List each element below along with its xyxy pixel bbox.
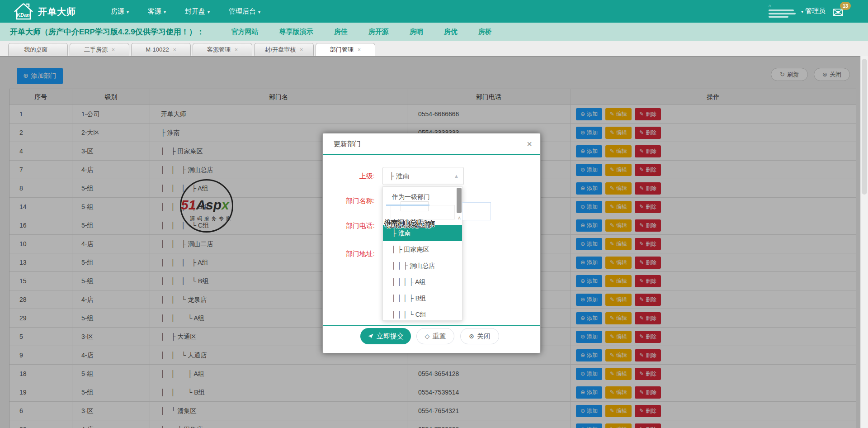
nav-menu-item[interactable]: 客源▾	[148, 7, 166, 16]
page-scrollbar[interactable]	[860, 56, 868, 428]
garbled-text-artifact: 作为一级部门淮南 淮南田家庵区部 淮南洞山总店	[384, 219, 464, 229]
user-menu[interactable]: ▾管理员	[801, 7, 826, 15]
notice-link[interactable]: 房桥	[478, 28, 492, 36]
tab-item[interactable]: 部门管理×	[316, 43, 375, 56]
update-department-dialog: 更新部门 × 上级: 部门名称: 部门电话: 部门地址: ├ 淮南 ▲ 作为一级…	[322, 133, 541, 353]
scrollbar-thumb[interactable]	[862, 59, 867, 195]
tab-item[interactable]: 我的桌面	[8, 43, 68, 56]
dropdown-option[interactable]: │ │ ├ 洞山总店	[383, 257, 462, 274]
notice-link[interactable]: 官方网站	[231, 28, 259, 36]
notice-links: 官方网站尊享版演示房佳房开源房哨房优房桥	[231, 28, 492, 36]
dialog-close-icon[interactable]: ×	[527, 138, 532, 149]
footer-divider	[323, 325, 540, 326]
tab-close-icon[interactable]: ×	[173, 47, 176, 53]
notice-link[interactable]: 房优	[444, 28, 458, 36]
tab-bar: 我的桌面二手房源×M-10022×客源管理×封/开盘审核×部门管理×	[0, 41, 868, 57]
field-label-parent: 上级:	[326, 171, 375, 181]
dialog-title: 更新部门	[334, 133, 361, 154]
tab-close-icon[interactable]: ×	[235, 47, 238, 53]
dropdown-option[interactable]: │ ├ 田家庵区	[383, 241, 462, 257]
notice-link[interactable]: 尊享版演示	[279, 28, 313, 36]
dropdown-option[interactable]: │ │ │ ├ A组	[383, 274, 462, 290]
svg-text:KDan: KDan	[17, 12, 30, 18]
render-artifact-box	[401, 201, 429, 211]
field-label-address: 部门地址:	[326, 249, 375, 258]
caret-down-icon: ▾	[801, 9, 803, 14]
render-artifact-box	[462, 202, 491, 220]
brand-title: 开单大师	[38, 6, 76, 18]
chevron-down-icon: ▾	[208, 10, 210, 14]
tab-item[interactable]: 二手房源×	[70, 43, 129, 56]
dialog-header: 更新部门 ×	[323, 133, 540, 155]
tab-close-icon[interactable]: ×	[358, 47, 361, 53]
tab-item[interactable]: 客源管理×	[193, 43, 252, 56]
user-label: 管理员	[805, 7, 826, 14]
notice-link[interactable]: 房开源	[368, 28, 389, 36]
submit-button[interactable]: 立即提交	[360, 328, 411, 344]
notice-link[interactable]: 房佳	[334, 28, 348, 36]
dialog-close-button[interactable]: ⊗关闭	[460, 328, 499, 344]
tab-item[interactable]: 封/开盘审核×	[254, 43, 314, 56]
notice-bar: 开单大师（房产中介ERP学习版4.2.9仅供学习使用！）： 官方网站尊享版演示房…	[0, 23, 868, 41]
app-root: KDan 开单大师 房源▾客源▾封开盘▾管理后台▾ ⌂ ▾管理员 ✉ 13 开单…	[0, 0, 868, 428]
nav-menu-item[interactable]: 封开盘▾	[185, 7, 210, 16]
nav-menu-item[interactable]: 管理后台▾	[229, 7, 260, 16]
chevron-down-icon: ▾	[258, 10, 260, 14]
parent-select[interactable]: ├ 淮南 ▲	[382, 167, 464, 185]
field-label-name: 部门名称:	[326, 196, 375, 205]
send-icon	[368, 333, 374, 339]
reset-button[interactable]: ◇重置	[416, 328, 454, 344]
chevron-down-icon: ▾	[127, 10, 129, 14]
chevron-down-icon: ▾	[164, 10, 166, 14]
dropdown-option[interactable]: │ │ │ └ C组	[383, 306, 462, 323]
promo-mini-widget: ⌂	[769, 4, 797, 19]
brand-house-logo-icon: KDan	[13, 3, 34, 20]
nav-menu-item[interactable]: 房源▾	[111, 7, 129, 16]
tab-close-icon[interactable]: ×	[300, 47, 303, 53]
close-circle-icon: ⊗	[469, 333, 474, 340]
message-count-badge: 13	[840, 2, 851, 10]
field-label-phone: 部门电话:	[326, 221, 375, 230]
tab-close-icon[interactable]: ×	[112, 47, 115, 53]
top-navbar: KDan 开单大师 房源▾客源▾封开盘▾管理后台▾ ⌂ ▾管理员 ✉ 13	[0, 0, 868, 23]
notice-text: 开单大师（房产中介ERP学习版4.2.9仅供学习使用！）：	[10, 27, 204, 37]
caret-up-icon: ▲	[454, 167, 459, 185]
main-menu: 房源▾客源▾封开盘▾管理后台▾	[111, 0, 260, 23]
dropdown-scrollbar-thumb[interactable]	[457, 188, 462, 213]
render-artifact-underline	[386, 204, 429, 206]
dropdown-option[interactable]: │ │ │ ├ B组	[383, 290, 462, 306]
reset-icon: ◇	[425, 333, 430, 340]
tab-item[interactable]: M-10022×	[131, 43, 191, 56]
house-icon: ⌂	[769, 4, 797, 8]
notice-link[interactable]: 房哨	[410, 28, 423, 36]
